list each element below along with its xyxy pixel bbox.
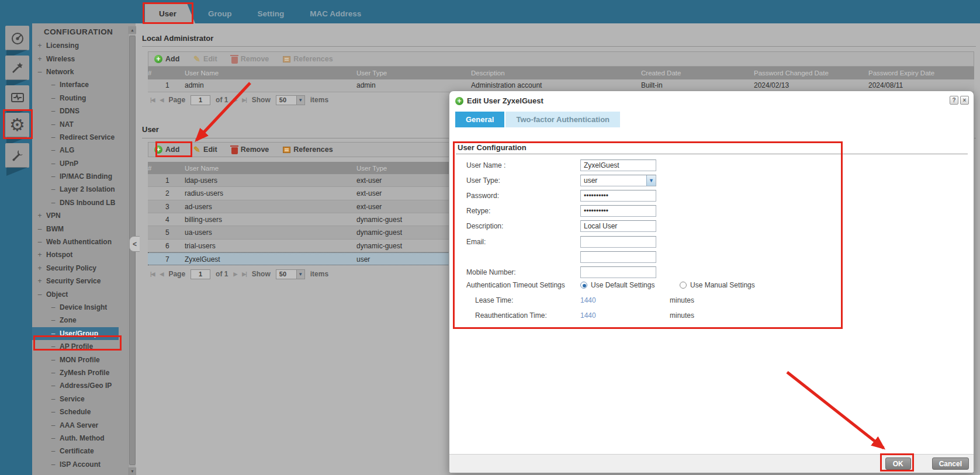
sidebar-item[interactable]: –Web Authentication (32, 235, 119, 248)
column-header[interactable]: Password Changed Date (754, 67, 868, 79)
page-size-select[interactable]: 50▼ (276, 269, 305, 279)
retype-input[interactable] (580, 205, 656, 217)
sidebar-item[interactable]: –Auth. Method (32, 432, 119, 445)
sidebar-item[interactable]: –ZyMesh Profile (32, 366, 119, 379)
sidebar-item[interactable]: +Wireless (32, 52, 119, 65)
wrench-icon (10, 148, 25, 163)
sidebar-item[interactable]: –ALG (32, 144, 119, 157)
column-header[interactable]: Created Date (641, 67, 754, 79)
sidebar-item[interactable]: +VPN (32, 209, 119, 222)
mobile-number-input[interactable] (580, 266, 656, 278)
description-input[interactable] (580, 220, 656, 232)
password-input[interactable] (580, 190, 656, 202)
sidebar-item[interactable]: –Device Insight (32, 301, 119, 314)
email-label: Email: (466, 238, 580, 246)
sidebar-item[interactable]: –NAT (32, 117, 119, 130)
column-header[interactable]: User Name (185, 67, 356, 79)
dialog-tab[interactable]: Two-factor Authentication (505, 112, 620, 127)
sidebar-item[interactable]: –Certificate (32, 445, 119, 457)
sidebar-item[interactable]: –BWM (32, 222, 119, 235)
use-manual-settings-radio[interactable]: Use Manual Settings (680, 281, 755, 289)
sidebar-item[interactable]: –Layer 2 Isolation (32, 183, 119, 196)
configuration-gear-icon[interactable]: ⚙ (5, 113, 29, 137)
sidebar-item[interactable]: –IP/MAC Binding (32, 170, 119, 183)
sidebar-item-label: AAA Server (60, 421, 98, 429)
sidebar-item[interactable]: –User/Group (32, 327, 119, 340)
column-header[interactable]: User Name (185, 162, 356, 174)
sidebar-item[interactable]: –ISP Account (32, 458, 119, 471)
user-type-select[interactable]: user▼ (580, 175, 656, 186)
sidebar-item[interactable]: –Zone (32, 314, 119, 327)
scroll-up-icon[interactable]: ▲ (129, 26, 136, 34)
sidebar-item[interactable]: –Redirect Service (32, 131, 119, 144)
sidebar-item[interactable]: –Service (32, 393, 119, 405)
sidebar-item[interactable]: –MON Profile (32, 353, 119, 366)
add-button[interactable]: +Add (154, 145, 179, 154)
column-header[interactable]: Password Expiry Date (868, 67, 974, 79)
sidebar-item[interactable]: –DDNS (32, 105, 119, 117)
references-button[interactable]: References (283, 145, 333, 154)
add-button[interactable]: +Add (154, 55, 179, 63)
references-icon (283, 147, 290, 153)
auth-timeout-label: Authentication Timeout Settings (466, 281, 580, 289)
top-tab[interactable]: Group (195, 4, 245, 23)
cell-user-name: billing-users (185, 213, 356, 226)
email-input[interactable] (580, 236, 656, 248)
cell-index: 1 (148, 79, 185, 92)
column-header[interactable]: Description (471, 67, 641, 79)
dialog-tab-label: Two-factor Authentication (516, 115, 610, 124)
scroll-down-icon[interactable]: ▼ (129, 467, 136, 475)
pulse-icon (10, 90, 25, 105)
dialog-footer: OK Cancel (449, 454, 974, 473)
page-input[interactable] (191, 269, 210, 279)
sidebar-item[interactable]: –Routing (32, 92, 119, 105)
remove-button[interactable]: Remove (231, 145, 269, 154)
sidebar-item-label: NAT (60, 120, 74, 129)
tree-toggle-icon: – (50, 120, 57, 129)
edit-button[interactable]: ✎Edit (193, 145, 217, 154)
column-header[interactable]: User Type (356, 67, 471, 79)
sidebar-item[interactable]: –AAA Server (32, 418, 119, 431)
tree-toggle-icon: – (50, 146, 57, 154)
user-name-input[interactable] (580, 160, 656, 171)
ok-button[interactable]: OK (885, 457, 911, 470)
page-input[interactable] (191, 95, 210, 105)
top-tab[interactable]: MAC Address (297, 4, 374, 23)
sidebar-collapse-handle[interactable]: < (129, 236, 140, 252)
sidebar-item[interactable]: –DNS Inbound LB (32, 196, 119, 209)
sidebar-item[interactable]: +Hotspot (32, 248, 119, 261)
sidebar-item-label: Security Policy (46, 264, 96, 272)
add-plus-icon: + (154, 145, 162, 154)
sidebar-item[interactable]: –AP Profile (32, 340, 119, 353)
top-tab[interactable]: Setting (245, 4, 297, 23)
email2-input[interactable] (580, 251, 656, 263)
cancel-button[interactable]: Cancel (932, 457, 969, 470)
tree-toggle-icon: – (50, 160, 57, 168)
close-icon[interactable]: × (960, 96, 969, 105)
sidebar-item[interactable]: –Object (32, 287, 119, 300)
sidebar-item[interactable]: –UPnP (32, 157, 119, 170)
use-default-settings-radio[interactable]: Use Default Settings (580, 281, 680, 289)
sidebar-item[interactable]: –Address/Geo IP (32, 379, 119, 392)
maintenance-wrench-icon[interactable] (5, 143, 29, 168)
dashboard-gauge-icon[interactable] (5, 26, 29, 50)
dialog-tab[interactable]: General (455, 112, 504, 127)
page-size-select[interactable]: 50▼ (276, 95, 305, 105)
top-tab[interactable]: User (145, 4, 195, 23)
column-header[interactable]: # (148, 67, 185, 79)
sidebar-item[interactable]: –Interface (32, 78, 119, 91)
nav-rail: ⚙ (0, 23, 32, 475)
sidebar-item[interactable]: –Schedule (32, 405, 119, 418)
help-icon[interactable]: ? (950, 96, 958, 105)
monitor-pulse-icon[interactable] (5, 85, 29, 110)
sidebar-nav: +Licensing+Wireless–Network–Interface–Ro… (32, 39, 119, 471)
sidebar-item-label: DNS Inbound LB (60, 199, 115, 207)
sidebar-item[interactable]: –Network (32, 65, 119, 78)
setup-wizard-icon[interactable] (5, 56, 29, 80)
description-label: Description: (466, 222, 580, 230)
sidebar-item-label: Network (46, 68, 74, 76)
column-header[interactable]: # (148, 162, 185, 174)
sidebar-item[interactable]: +Security Policy (32, 262, 119, 275)
sidebar-item[interactable]: +Licensing (32, 39, 119, 52)
sidebar-item[interactable]: +Security Service (32, 275, 119, 287)
